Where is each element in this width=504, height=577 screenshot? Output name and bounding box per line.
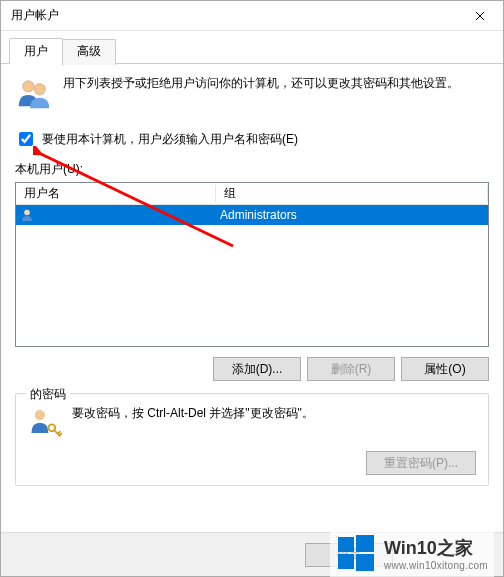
svg-point-2 (24, 210, 30, 216)
tab-strip: 用户 高级 (1, 31, 503, 64)
require-login-row: 要使用本计算机，用户必须输入用户名和密码(E) (15, 129, 489, 149)
cell-user (16, 208, 216, 222)
properties-button[interactable]: 属性(O) (401, 357, 489, 381)
user-list[interactable]: 用户名 组 Administrators (15, 182, 489, 347)
password-groupbox: 的密码 要改密码，按 Ctrl-Alt-Del 并选择"更改密码"。 重置密码(… (15, 393, 489, 486)
list-header: 用户名 组 (16, 183, 488, 205)
column-header-user[interactable]: 用户名 (16, 185, 216, 202)
info-row: 用下列表授予或拒绝用户访问你的计算机，还可以更改其密码和其他设置。 (15, 74, 489, 115)
window-title: 用户帐户 (11, 7, 457, 24)
ok-button[interactable]: 确定 (305, 543, 393, 567)
column-header-group[interactable]: 组 (216, 185, 488, 202)
users-icon (15, 74, 53, 115)
svg-point-4 (48, 424, 55, 431)
tab-content: 用下列表授予或拒绝用户访问你的计算机，还可以更改其密码和其他设置。 要使用本计算… (1, 64, 503, 532)
svg-point-3 (35, 410, 45, 420)
close-button[interactable] (457, 1, 503, 31)
list-buttons: 添加(D)... 删除(R) 属性(O) (15, 357, 489, 381)
local-users-label: 本机用户(U): (15, 161, 489, 178)
table-row[interactable]: Administrators (16, 205, 488, 225)
password-row: 要改密码，按 Ctrl-Alt-Del 并选择"更改密码"。 (28, 404, 476, 441)
user-accounts-window: 用户帐户 用户 高级 用下列表授予或拒绝用户访问你的计算机，还可以更改其密码和其… (0, 0, 504, 577)
svg-point-0 (23, 81, 34, 92)
svg-point-1 (34, 84, 45, 95)
key-icon (28, 404, 62, 441)
reset-password-button: 重置密码(P)... (366, 451, 476, 475)
password-group-title: 的密码 (26, 386, 70, 403)
password-text: 要改密码，按 Ctrl-Alt-Del 并选择"更改密码"。 (72, 404, 476, 423)
user-icon (20, 208, 34, 222)
add-button[interactable]: 添加(D)... (213, 357, 301, 381)
close-icon (475, 11, 485, 21)
require-login-label: 要使用本计算机，用户必须输入用户名和密码(E) (42, 131, 298, 148)
info-text: 用下列表授予或拒绝用户访问你的计算机，还可以更改其密码和其他设置。 (63, 74, 489, 115)
require-login-checkbox[interactable] (19, 132, 33, 146)
tab-user[interactable]: 用户 (9, 38, 63, 64)
titlebar: 用户帐户 (1, 1, 503, 31)
cell-group: Administrators (216, 208, 488, 222)
remove-button: 删除(R) (307, 357, 395, 381)
tab-advanced[interactable]: 高级 (62, 39, 116, 65)
dialog-footer: 确定 取消 (1, 532, 503, 576)
